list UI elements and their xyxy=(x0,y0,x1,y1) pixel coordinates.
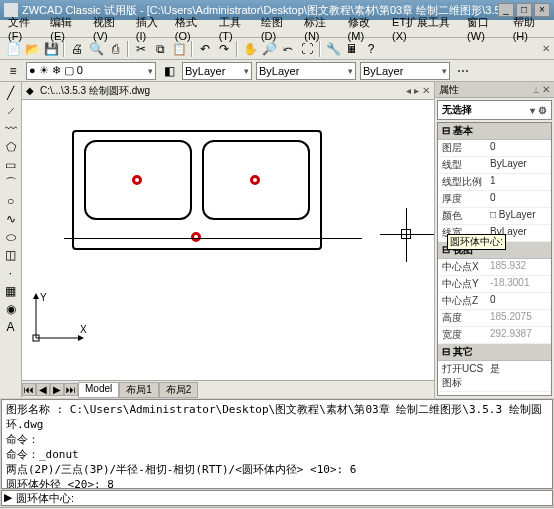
hatch-icon[interactable]: ▦ xyxy=(2,282,20,300)
tab-nav-button[interactable]: ▶ xyxy=(50,383,64,396)
drawing-content xyxy=(72,130,322,250)
prop-row[interactable]: 打开UCS图标是 xyxy=(438,361,551,392)
cursor-tooltip: 圆环体中心: xyxy=(447,234,506,250)
cmd-icon: ▶ xyxy=(2,491,14,505)
menu-bar: 文件(F)编辑(E)视图(V)插入(I)格式(O)工具(T)绘图(D)标注(N)… xyxy=(0,20,554,38)
zoom-icon[interactable]: 🔎 xyxy=(260,40,278,58)
selection-label: 无选择 xyxy=(442,103,472,117)
prop-icon[interactable]: 🔧 xyxy=(324,40,342,58)
donut-3 xyxy=(191,232,201,242)
tab-nav-button[interactable]: ⏭ xyxy=(64,383,78,396)
tab-nav-button[interactable]: ◀ xyxy=(36,383,50,396)
menu-item[interactable]: 帮助(H) xyxy=(509,14,550,43)
prop-group[interactable]: ⊟ 基本 xyxy=(438,123,551,140)
cmd-prompt: 圆环体中心: xyxy=(14,491,76,505)
donut-2 xyxy=(250,175,260,185)
prop-row[interactable]: 厚度0 xyxy=(438,191,551,208)
prop-row[interactable]: 图层0 xyxy=(438,140,551,157)
copy-icon[interactable]: ⧉ xyxy=(151,40,169,58)
menu-item[interactable]: ET扩展工具(X) xyxy=(388,14,461,43)
prop-row[interactable]: 宽度292.9387 xyxy=(438,327,551,344)
ucs-icon: X Y xyxy=(28,291,88,346)
new-icon[interactable]: 📄 xyxy=(4,40,22,58)
calc-icon[interactable]: 🖩 xyxy=(343,40,361,58)
layout-tab[interactable]: Model xyxy=(78,382,119,398)
rect-icon[interactable]: ▭ xyxy=(2,156,20,174)
tab-nav-icon[interactable]: ◂ ▸ ✕ xyxy=(406,85,430,96)
polygon-icon[interactable]: ⬠ xyxy=(2,138,20,156)
layer-combo[interactable]: ● ☀ ❄ ▢ 0 xyxy=(26,62,156,80)
prop-row[interactable]: 中心点Z0 xyxy=(438,293,551,310)
layer-tool-icon[interactable]: ◧ xyxy=(160,62,178,80)
undo-icon[interactable]: ↶ xyxy=(196,40,214,58)
pline-icon[interactable]: 〰 xyxy=(2,120,20,138)
color-combo[interactable]: ByLayer xyxy=(182,62,252,80)
region-icon[interactable]: ◉ xyxy=(2,300,20,318)
lineweight-combo[interactable]: ByLayer xyxy=(360,62,450,80)
zoom-ext-icon[interactable]: ⛶ xyxy=(298,40,316,58)
layer-toolbar: ≡ ● ☀ ❄ ▢ 0 ◧ ByLayer ByLayer ByLayer ⋯ xyxy=(0,60,554,82)
command-input[interactable] xyxy=(76,491,552,505)
print-icon[interactable]: 🖨 xyxy=(68,40,86,58)
draw-toolbar: ╱ ⟋ 〰 ⬠ ▭ ⌒ ○ ∿ ⬭ ◫ · ▦ ◉ A xyxy=(0,82,22,398)
doc-tab-icon: ◆ xyxy=(26,85,34,96)
arc-icon[interactable]: ⌒ xyxy=(2,174,20,192)
svg-marker-1 xyxy=(78,335,84,341)
zoom-prev-icon[interactable]: ⤺ xyxy=(279,40,297,58)
doc-close-icon[interactable]: ✕ xyxy=(542,43,550,54)
redo-icon[interactable]: ↷ xyxy=(215,40,233,58)
point-icon[interactable]: · xyxy=(2,264,20,282)
prop-row[interactable]: 中心点Y-18.3001 xyxy=(438,276,551,293)
prop-row[interactable]: 颜色□ ByLayer xyxy=(438,208,551,225)
paste-icon[interactable]: 📋 xyxy=(170,40,188,58)
block-icon[interactable]: ◫ xyxy=(2,246,20,264)
publish-icon[interactable]: ⎙ xyxy=(106,40,124,58)
circle-icon[interactable]: ○ xyxy=(2,192,20,210)
crosshair-cursor xyxy=(400,228,414,242)
prop-row[interactable]: 中心点X185.932 xyxy=(438,259,551,276)
ltype-mgr-icon[interactable]: ⋯ xyxy=(454,62,472,80)
layer-mgr-icon[interactable]: ≡ xyxy=(4,62,22,80)
text-icon[interactable]: A xyxy=(2,318,20,336)
layout-tab[interactable]: 布局2 xyxy=(159,382,199,398)
help-icon[interactable]: ? xyxy=(362,40,380,58)
drawing-area: ◆ C:\...\3.5.3 绘制圆环.dwg ◂ ▸ ✕ 圆环体中心: X xyxy=(22,82,434,398)
properties-grid[interactable]: ⊟ 基本图层0线型ByLayer线型比例1厚度0颜色□ ByLayer线宽ByL… xyxy=(437,122,552,396)
xline-icon[interactable]: ⟋ xyxy=(2,102,20,120)
linetype-combo[interactable]: ByLayer xyxy=(256,62,356,80)
command-input-row: ▶ 圆环体中心: xyxy=(1,490,553,506)
spline-icon[interactable]: ∿ xyxy=(2,210,20,228)
panel-close-icon[interactable]: ⟂ ✕ xyxy=(533,84,550,95)
donut-1 xyxy=(132,175,142,185)
prop-row[interactable]: 高度185.2075 xyxy=(438,310,551,327)
ellipse-icon[interactable]: ⬭ xyxy=(2,228,20,246)
model-viewport[interactable]: 圆环体中心: X Y xyxy=(22,100,434,380)
doc-tab-bar: ◆ C:\...\3.5.3 绘制圆环.dwg ◂ ▸ ✕ xyxy=(22,82,434,100)
layout-tab[interactable]: 布局1 xyxy=(119,382,159,398)
preview-icon[interactable]: 🔍 xyxy=(87,40,105,58)
svg-text:Y: Y xyxy=(40,292,47,303)
prop-row[interactable]: UCS名称 xyxy=(438,392,551,396)
line-icon[interactable]: ╱ xyxy=(2,84,20,102)
prop-group[interactable]: ⊟ 其它 xyxy=(438,344,551,361)
svg-text:X: X xyxy=(80,324,87,335)
selection-dropdown-icon[interactable]: ▾ ⚙ xyxy=(530,105,547,116)
save-icon[interactable]: 💾 xyxy=(42,40,60,58)
command-history: 图形名称 : C:\Users\Administrator\Desktop\图文… xyxy=(1,399,553,489)
menu-item[interactable]: 窗口(W) xyxy=(463,14,507,43)
tab-nav-button[interactable]: ⏮ xyxy=(22,383,36,396)
cut-icon[interactable]: ✂ xyxy=(132,40,150,58)
doc-tab-label[interactable]: C:\...\3.5.3 绘制圆环.dwg xyxy=(40,84,150,98)
prop-row[interactable]: 线型ByLayer xyxy=(438,157,551,174)
pan-icon[interactable]: ✋ xyxy=(241,40,259,58)
open-icon[interactable]: 📂 xyxy=(23,40,41,58)
svg-marker-3 xyxy=(33,293,39,299)
layout-tabs: ⏮◀▶⏭ Model布局1布局2 xyxy=(22,380,434,398)
prop-row[interactable]: 线型比例1 xyxy=(438,174,551,191)
properties-title: 属性 xyxy=(439,83,459,97)
